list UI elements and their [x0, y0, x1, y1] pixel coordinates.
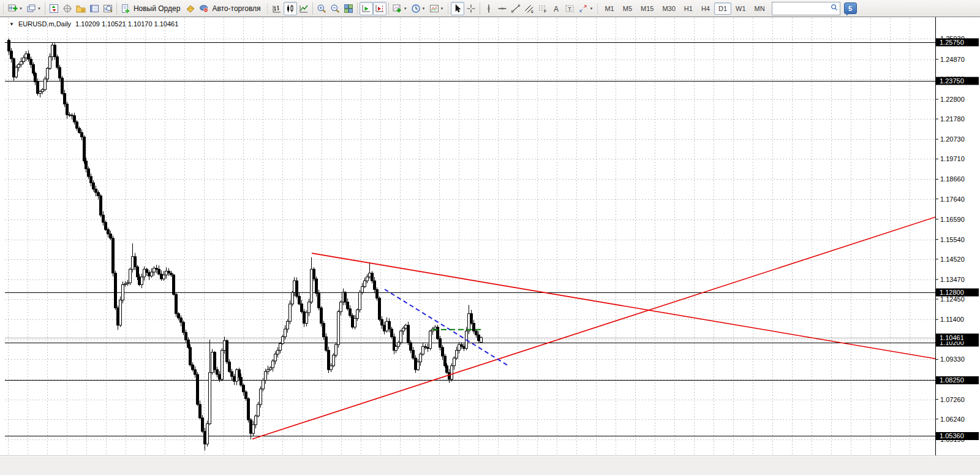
svg-text:1.08250: 1.08250 [940, 376, 964, 384]
tf-button-m30[interactable]: M30 [658, 2, 679, 15]
vertical-line-tool-button[interactable] [482, 2, 496, 15]
arrows-icon [578, 4, 588, 13]
chart-symbol-label: EURUSD.m,Daily [18, 20, 71, 28]
toolbar-separator [357, 2, 358, 15]
profiles-icon [26, 4, 36, 13]
text-icon: A [551, 4, 561, 13]
tf-button-m5[interactable]: M5 [619, 2, 636, 15]
market-watch-icon [49, 4, 59, 13]
crosshair-tool-button[interactable] [464, 2, 478, 15]
one-click-collapse-icon[interactable]: ▼ [9, 21, 14, 27]
chevron-down-icon: ▼ [404, 7, 407, 10]
templates-button[interactable]: ▼ [428, 2, 446, 15]
bar-chart-button[interactable] [270, 2, 284, 15]
tf-button-w1[interactable]: W1 [731, 2, 750, 15]
svg-text:1.10461: 1.10461 [940, 334, 964, 341]
tf-button-m15[interactable]: M15 [636, 2, 658, 15]
svg-text:1.09330: 1.09330 [940, 355, 965, 363]
strategy-tester-icon [103, 4, 113, 13]
svg-text:T: T [568, 6, 572, 12]
tf-button-d1[interactable]: D1 [714, 2, 731, 15]
symbol-search [772, 2, 840, 15]
horizontal-line-tool-button[interactable] [496, 2, 509, 15]
fibonacci-tool-button[interactable]: F [536, 2, 549, 15]
terminal-icon [89, 4, 99, 13]
zoom-out-button[interactable] [328, 2, 342, 15]
text-tool-button[interactable]: A [549, 2, 563, 15]
zoom-in-button[interactable] [315, 2, 328, 15]
tf-button-h4[interactable]: H4 [697, 2, 714, 15]
auto-scroll-button[interactable] [360, 2, 373, 15]
chevron-down-icon: ▼ [37, 7, 41, 10]
equidistant-channel-icon: E [524, 4, 534, 13]
svg-text:1.23750: 1.23750 [940, 77, 964, 85]
crosshair-icon [466, 4, 476, 13]
candlestick-chart-icon [285, 4, 295, 13]
periods-icon [411, 4, 421, 13]
cursor-icon [453, 4, 462, 13]
autotrading-icon [199, 4, 209, 13]
toolbar-grip[interactable] [2, 3, 4, 14]
chevron-down-icon: ▼ [19, 7, 23, 10]
data-window-icon [62, 4, 72, 13]
price-chart[interactable]: 1.259301.248701.238301.228001.217801.207… [0, 17, 980, 466]
svg-text:1.07260: 1.07260 [940, 396, 965, 403]
candlestick-chart-button[interactable] [284, 2, 297, 15]
tf-button-mn[interactable]: MN [750, 2, 769, 15]
search-icon[interactable] [831, 4, 838, 11]
new-order-label: Новый Ордер [132, 4, 182, 13]
toolbar-grip[interactable] [266, 3, 268, 14]
terminal-button[interactable] [88, 2, 101, 15]
svg-text:F: F [544, 9, 546, 13]
toolbar-separator [116, 2, 117, 15]
navigator-button[interactable] [74, 2, 88, 15]
autotrading-button[interactable]: Авто-торговля [197, 2, 264, 15]
vertical-line-icon [484, 4, 494, 13]
arrows-tool-button[interactable]: ▼ [576, 2, 595, 15]
metaeditor-button[interactable] [184, 2, 197, 15]
indicators-button[interactable]: ▼ [391, 2, 409, 15]
new-chart-button[interactable]: ▼ [6, 2, 24, 15]
svg-text:1.05360: 1.05360 [940, 432, 964, 439]
svg-text:1.12800: 1.12800 [940, 289, 964, 296]
templates-icon [429, 4, 439, 13]
toolbar-separator [45, 2, 45, 15]
tf-button-m1[interactable]: M1 [600, 2, 618, 15]
market-watch-button[interactable] [47, 2, 61, 15]
horizontal-line-icon [497, 4, 507, 13]
tile-windows-button[interactable] [342, 2, 355, 15]
text-label-icon: T [565, 4, 575, 13]
periods-button[interactable]: ▼ [409, 2, 428, 15]
chevron-down-icon: ▼ [422, 7, 426, 10]
toolbar-grip[interactable] [597, 3, 598, 14]
chevron-down-icon: ▼ [440, 7, 444, 10]
zoom-in-icon [317, 4, 326, 13]
svg-text:1.22800: 1.22800 [940, 96, 965, 103]
community-chat-badge[interactable]: 5 [844, 2, 857, 14]
svg-text:1.19710: 1.19710 [940, 155, 965, 162]
toolbar-grip[interactable] [447, 3, 449, 14]
equidistant-channel-tool-button[interactable]: E [522, 2, 536, 15]
bar-chart-icon [272, 4, 282, 13]
profiles-button[interactable]: ▼ [24, 2, 43, 15]
strategy-tester-button[interactable] [101, 2, 115, 15]
tf-button-h1[interactable]: H1 [680, 2, 697, 15]
new-order-button[interactable]: Новый Ордер [119, 2, 184, 15]
svg-text:1.16590: 1.16590 [940, 216, 965, 223]
chart-ohlc-values: 1.10209 1.10521 1.10170 1.10461 [75, 20, 178, 28]
new-chart-icon [8, 4, 18, 13]
line-chart-button[interactable] [297, 2, 311, 15]
svg-text:E: E [531, 9, 533, 13]
svg-text:1.13470: 1.13470 [940, 276, 965, 283]
data-window-button[interactable] [61, 2, 74, 15]
cursor-tool-button[interactable] [451, 2, 464, 15]
chart-ohlc-header: ▼ EURUSD.m,Daily 1.10209 1.10521 1.10170… [9, 20, 178, 28]
svg-text:A: A [554, 4, 559, 13]
status-bar [0, 456, 980, 466]
svg-text:1.21780: 1.21780 [940, 115, 965, 123]
trendline-tool-button[interactable] [509, 2, 522, 15]
zoom-out-icon [330, 4, 340, 13]
text-label-tool-button[interactable]: T [563, 2, 576, 15]
trendline-icon [511, 4, 521, 13]
chart-shift-button[interactable] [373, 2, 386, 15]
